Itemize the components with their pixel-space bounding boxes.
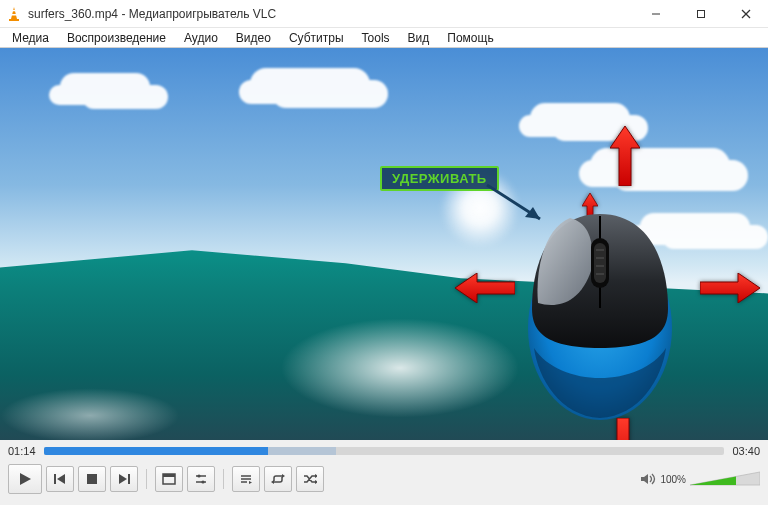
menu-media[interactable]: Медиа bbox=[4, 30, 57, 46]
menu-playback[interactable]: Воспроизведение bbox=[59, 30, 174, 46]
speaker-icon[interactable] bbox=[640, 472, 656, 486]
titlebar: surfers_360.mp4 - Медиапроигрыватель VLC bbox=[0, 0, 768, 28]
arrow-right-icon bbox=[700, 273, 760, 303]
svg-marker-39 bbox=[249, 481, 252, 484]
svg-marker-26 bbox=[57, 474, 65, 484]
fullscreen-button[interactable] bbox=[155, 466, 183, 492]
cloud-decor bbox=[60, 73, 150, 101]
svg-marker-12 bbox=[455, 273, 515, 303]
svg-rect-3 bbox=[9, 19, 19, 21]
skip-back-icon bbox=[53, 473, 67, 485]
svg-marker-0 bbox=[11, 7, 17, 19]
svg-marker-28 bbox=[119, 474, 127, 484]
title-filename: surfers_360.mp4 bbox=[28, 7, 118, 21]
svg-rect-31 bbox=[163, 474, 175, 477]
loop-button[interactable] bbox=[264, 466, 292, 492]
fullscreen-icon bbox=[162, 473, 176, 485]
menu-subtitles[interactable]: Субтитры bbox=[281, 30, 352, 46]
svg-point-35 bbox=[201, 480, 204, 483]
svg-marker-24 bbox=[20, 473, 31, 485]
shuffle-button[interactable] bbox=[296, 466, 324, 492]
separator bbox=[223, 469, 224, 489]
title-separator: - bbox=[118, 7, 129, 21]
svg-rect-25 bbox=[54, 474, 56, 484]
arrow-up-icon bbox=[610, 126, 640, 186]
svg-rect-1 bbox=[12, 10, 17, 11]
svg-rect-19 bbox=[594, 243, 606, 283]
controls-row: 100% bbox=[0, 460, 768, 500]
seek-bar[interactable] bbox=[44, 447, 724, 455]
svg-marker-42 bbox=[315, 474, 317, 478]
seek-row: 01:14 03:40 bbox=[0, 440, 768, 460]
window-title: surfers_360.mp4 - Медиапроигрыватель VLC bbox=[28, 7, 633, 21]
vlc-cone-icon bbox=[6, 6, 22, 22]
menu-audio[interactable]: Аудио bbox=[176, 30, 226, 46]
seek-progress bbox=[44, 447, 268, 455]
current-time[interactable]: 01:14 bbox=[8, 445, 38, 457]
volume-slider[interactable] bbox=[690, 470, 760, 488]
close-button[interactable] bbox=[723, 0, 768, 27]
svg-point-33 bbox=[197, 474, 200, 477]
svg-marker-41 bbox=[271, 480, 274, 484]
svg-marker-13 bbox=[700, 273, 760, 303]
svg-rect-27 bbox=[87, 474, 97, 484]
title-appname: Медиапроигрыватель VLC bbox=[129, 7, 276, 21]
sliders-icon bbox=[194, 473, 208, 485]
menu-tools[interactable]: Tools bbox=[354, 30, 398, 46]
play-icon bbox=[18, 472, 32, 486]
menu-video[interactable]: Видео bbox=[228, 30, 279, 46]
menu-help[interactable]: Помощь bbox=[439, 30, 501, 46]
svg-rect-2 bbox=[11, 14, 17, 16]
prev-button[interactable] bbox=[46, 466, 74, 492]
volume-percent: 100% bbox=[660, 474, 686, 485]
playlist-icon bbox=[239, 473, 253, 485]
svg-rect-29 bbox=[128, 474, 130, 484]
svg-rect-5 bbox=[697, 10, 704, 17]
svg-marker-40 bbox=[282, 474, 285, 478]
svg-marker-43 bbox=[315, 480, 317, 484]
sparkle-decor bbox=[280, 318, 520, 418]
sparkle-decor bbox=[0, 388, 180, 440]
next-button[interactable] bbox=[110, 466, 138, 492]
hold-tooltip-text: УДЕРЖИВАТЬ bbox=[392, 171, 487, 186]
menubar: Медиа Воспроизведение Аудио Видео Субтит… bbox=[0, 28, 768, 48]
maximize-button[interactable] bbox=[678, 0, 723, 27]
play-button[interactable] bbox=[8, 464, 42, 494]
extended-settings-button[interactable] bbox=[187, 466, 215, 492]
skip-forward-icon bbox=[117, 473, 131, 485]
cloud-decor bbox=[250, 68, 370, 100]
mouse-illustration bbox=[520, 208, 680, 423]
hold-tooltip: УДЕРЖИВАТЬ bbox=[380, 166, 499, 191]
shuffle-icon bbox=[303, 473, 317, 485]
svg-marker-44 bbox=[641, 474, 648, 484]
arrow-left-icon bbox=[455, 273, 515, 303]
volume-area: 100% bbox=[640, 470, 760, 488]
minimize-button[interactable] bbox=[633, 0, 678, 27]
stop-icon bbox=[86, 473, 98, 485]
loop-icon bbox=[271, 473, 285, 485]
total-time[interactable]: 03:40 bbox=[730, 445, 760, 457]
stop-button[interactable] bbox=[78, 466, 106, 492]
svg-marker-10 bbox=[610, 126, 640, 186]
window-controls bbox=[633, 0, 768, 27]
playlist-button[interactable] bbox=[232, 466, 260, 492]
video-viewport[interactable]: УДЕРЖИВАТЬ bbox=[0, 48, 768, 440]
menu-view[interactable]: Вид bbox=[400, 30, 438, 46]
separator bbox=[146, 469, 147, 489]
